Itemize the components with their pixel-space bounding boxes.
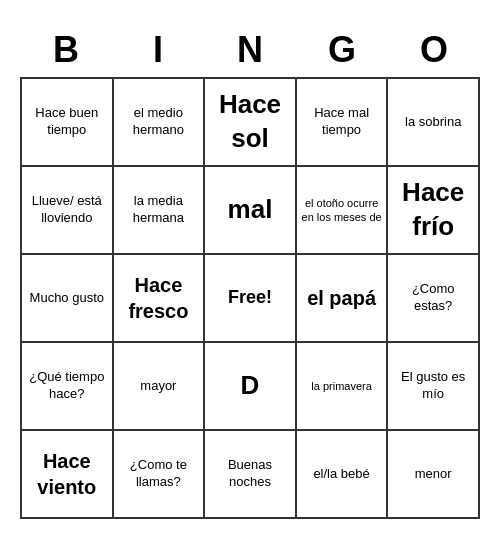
bingo-cell: mayor <box>114 343 206 431</box>
bingo-cell: la primavera <box>297 343 389 431</box>
bingo-header: BINGO <box>20 25 480 75</box>
bingo-cell: ¿Qué tiempo hace? <box>22 343 114 431</box>
bingo-cell: menor <box>388 431 480 519</box>
bingo-cell: Buenas noches <box>205 431 297 519</box>
bingo-cell: ¿Como te llamas? <box>114 431 206 519</box>
header-letter: G <box>296 25 388 75</box>
bingo-cell: la sobrina <box>388 79 480 167</box>
bingo-cell: el medio hermano <box>114 79 206 167</box>
bingo-grid: Hace buen tiempoel medio hermanoHace sol… <box>20 77 480 519</box>
bingo-cell: la media hermana <box>114 167 206 255</box>
bingo-cell: Llueve/ está lloviendo <box>22 167 114 255</box>
bingo-cell: Hace frío <box>388 167 480 255</box>
bingo-cell: D <box>205 343 297 431</box>
bingo-cell: El gusto es mío <box>388 343 480 431</box>
bingo-cell: Mucho gusto <box>22 255 114 343</box>
bingo-cell: mal <box>205 167 297 255</box>
bingo-cell: el otoño ocurre en los meses de <box>297 167 389 255</box>
header-letter: I <box>112 25 204 75</box>
bingo-cell: ¿Como estas? <box>388 255 480 343</box>
header-letter: O <box>388 25 480 75</box>
bingo-cell: Hace buen tiempo <box>22 79 114 167</box>
bingo-cell: Free! <box>205 255 297 343</box>
header-letter: N <box>204 25 296 75</box>
header-letter: B <box>20 25 112 75</box>
bingo-cell: Hace sol <box>205 79 297 167</box>
bingo-card: BINGO Hace buen tiempoel medio hermanoHa… <box>10 15 490 529</box>
bingo-cell: Hace fresco <box>114 255 206 343</box>
bingo-cell: el papá <box>297 255 389 343</box>
bingo-cell: Hace mal tiempo <box>297 79 389 167</box>
bingo-cell: Hace viento <box>22 431 114 519</box>
bingo-cell: el/la bebé <box>297 431 389 519</box>
